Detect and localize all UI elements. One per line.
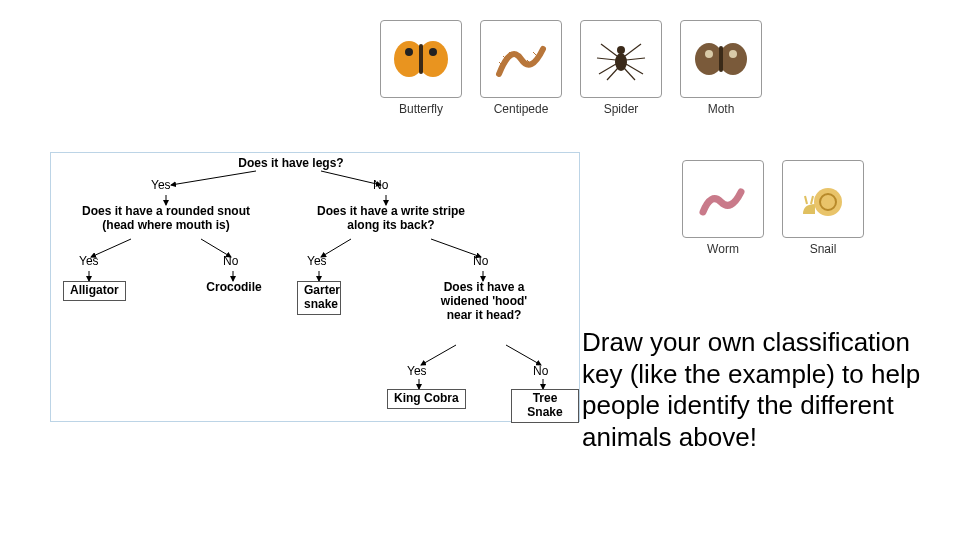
svg-rect-4 bbox=[419, 44, 423, 74]
answer-no: No bbox=[373, 179, 388, 193]
leaf-garter: Garter snake bbox=[297, 281, 341, 315]
animal-card-spider: Spider bbox=[580, 20, 662, 116]
animal-label: Spider bbox=[604, 102, 639, 116]
answer-no: No bbox=[533, 365, 548, 379]
answer-yes: Yes bbox=[407, 365, 427, 379]
svg-point-17 bbox=[729, 50, 737, 58]
svg-line-22 bbox=[811, 196, 813, 204]
animal-card-moth: Moth bbox=[680, 20, 762, 116]
leaf-cobra: King Cobra bbox=[387, 389, 466, 409]
svg-point-19 bbox=[814, 188, 842, 216]
question-hood: Does it have a widened 'hood' near it he… bbox=[439, 281, 529, 322]
svg-point-13 bbox=[617, 46, 625, 54]
animal-row-bottom: Worm Snail bbox=[682, 160, 864, 256]
animal-row-top: Butterfly Centipede bbox=[380, 20, 762, 116]
snail-icon bbox=[782, 160, 864, 238]
animal-card-centipede: Centipede bbox=[480, 20, 562, 116]
animal-label: Worm bbox=[707, 242, 739, 256]
animal-label: Snail bbox=[810, 242, 837, 256]
answer-yes: Yes bbox=[79, 255, 99, 269]
moth-icon bbox=[680, 20, 762, 98]
animal-label: Moth bbox=[708, 102, 735, 116]
worm-icon bbox=[682, 160, 764, 238]
svg-point-16 bbox=[705, 50, 713, 58]
svg-line-35 bbox=[421, 345, 456, 365]
classification-key-example: Does it have legs? Yes No Does it have a… bbox=[50, 152, 580, 422]
svg-line-23 bbox=[171, 171, 256, 185]
answer-no: No bbox=[473, 255, 488, 269]
leaf-tree: Tree Snake bbox=[511, 389, 579, 423]
question-root: Does it have legs? bbox=[226, 157, 356, 171]
question-snout: Does it have a rounded snout (head where… bbox=[81, 205, 251, 233]
svg-point-14 bbox=[695, 43, 723, 75]
svg-line-36 bbox=[506, 345, 541, 365]
animal-card-worm: Worm bbox=[682, 160, 764, 256]
svg-point-3 bbox=[429, 48, 437, 56]
instruction-text: Draw your own classification key (like t… bbox=[582, 327, 922, 454]
leaf-alligator: Alligator bbox=[63, 281, 126, 301]
spider-icon bbox=[580, 20, 662, 98]
svg-line-21 bbox=[805, 196, 807, 204]
animal-label: Butterfly bbox=[399, 102, 443, 116]
svg-point-2 bbox=[405, 48, 413, 56]
animal-card-butterfly: Butterfly bbox=[380, 20, 462, 116]
svg-line-11 bbox=[533, 52, 537, 56]
answer-yes: Yes bbox=[151, 179, 171, 193]
svg-point-15 bbox=[719, 43, 747, 75]
animal-card-snail: Snail bbox=[782, 160, 864, 256]
svg-line-24 bbox=[321, 171, 381, 185]
leaf-crocodile: Crocodile bbox=[203, 281, 265, 295]
svg-rect-18 bbox=[719, 46, 723, 72]
butterfly-icon bbox=[380, 20, 462, 98]
centipede-icon bbox=[480, 20, 562, 98]
animal-label: Centipede bbox=[494, 102, 549, 116]
question-stripe: Does it have a write stripe along its ba… bbox=[311, 205, 471, 233]
answer-yes: Yes bbox=[307, 255, 327, 269]
answer-no: No bbox=[223, 255, 238, 269]
